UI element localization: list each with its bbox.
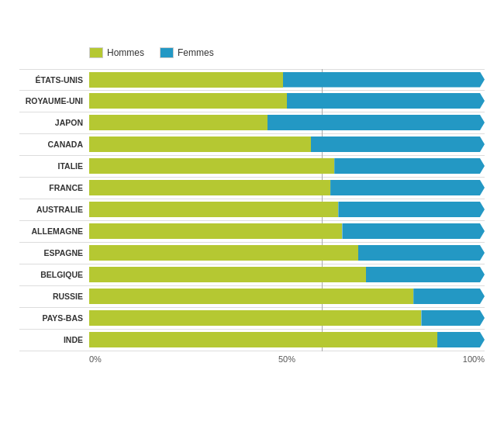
bar-femmes [311, 137, 485, 152]
bar-femmes [366, 267, 485, 282]
bar-row: INDE [19, 330, 485, 351]
country-label: ESPAGNE [19, 248, 89, 257]
bar-femmes [334, 158, 485, 174]
country-label: ÉTATS-UNIS [19, 75, 89, 85]
bar-femmes [268, 115, 485, 130]
x-axis: 0% 50% 100% [89, 354, 485, 370]
bar-row: AUSTRALIE [19, 199, 485, 221]
bar-row: FRANCE [19, 178, 485, 199]
legend-color-hommes [89, 47, 103, 58]
bar-hommes [89, 267, 366, 282]
bar-hommes [89, 245, 358, 261]
country-label: RUSSIE [19, 292, 89, 301]
bar-row: ÉTATS-UNIS [19, 69, 485, 91]
bar-track [89, 267, 485, 282]
bar-row: ROYAUME-UNI [19, 91, 485, 112]
legend-label-hommes: Hommes [107, 47, 144, 58]
country-label: PAYS-BAS [19, 313, 89, 323]
x-tick-0: 0% [89, 354, 102, 364]
bar-track [89, 310, 485, 326]
bar-track [89, 223, 485, 239]
bar-hommes [89, 223, 342, 239]
bar-femmes [330, 180, 485, 195]
bar-track [89, 245, 485, 261]
bar-femmes [338, 202, 485, 217]
bar-row: BELGIQUE [19, 264, 485, 286]
legend-color-femmes [160, 47, 174, 58]
bar-row: PAYS-BAS [19, 308, 485, 330]
bar-row: CANADA [19, 134, 485, 156]
country-label: FRANCE [19, 183, 89, 192]
bar-hommes [89, 137, 311, 152]
bar-femmes [283, 72, 485, 88]
bar-femmes [421, 310, 485, 326]
bar-femmes [358, 245, 485, 261]
bar-row: RUSSIE [19, 286, 485, 308]
bar-femmes [437, 332, 485, 347]
legend-item-hommes: Hommes [89, 47, 144, 58]
bar-hommes [89, 202, 338, 217]
bar-hommes [89, 93, 287, 109]
country-label: CANADA [19, 140, 89, 149]
bar-femmes [342, 223, 485, 239]
bar-femmes [413, 289, 485, 304]
chart-container: Hommes Femmes ÉTATS-UNISROYAUME-UNIJAPON… [12, 32, 492, 401]
country-label: BELGIQUE [19, 270, 89, 279]
bar-track [89, 180, 485, 195]
bar-track [89, 158, 485, 174]
bar-row: ESPAGNE [19, 243, 485, 264]
x-tick-100: 100% [463, 354, 485, 364]
country-label: INDE [19, 335, 89, 344]
bar-track [89, 332, 485, 347]
chart-area: ÉTATS-UNISROYAUME-UNIJAPONCANADAITALIEFR… [19, 69, 485, 351]
bar-row: ALLEMAGNE [19, 221, 485, 243]
bar-row: ITALIE [19, 156, 485, 178]
bar-hommes [89, 289, 413, 304]
country-label: JAPON [19, 118, 89, 127]
legend-item-femmes: Femmes [160, 47, 214, 58]
legend-label-femmes: Femmes [178, 47, 214, 58]
country-label: ROYAUME-UNI [19, 96, 89, 105]
bar-track [89, 202, 485, 217]
bar-track [89, 289, 485, 304]
bar-row: JAPON [19, 112, 485, 134]
bar-track [89, 115, 485, 130]
bar-hommes [89, 115, 268, 130]
country-label: AUSTRALIE [19, 205, 89, 214]
bar-track [89, 137, 485, 152]
country-label: ALLEMAGNE [19, 226, 89, 236]
chart-inner: ÉTATS-UNISROYAUME-UNIJAPONCANADAITALIEFR… [19, 69, 485, 351]
bar-hommes [89, 310, 421, 326]
country-label: ITALIE [19, 161, 89, 171]
bar-track [89, 93, 485, 109]
bar-hommes [89, 158, 334, 174]
bar-femmes [287, 93, 485, 109]
bar-track [89, 72, 485, 88]
legend: Hommes Femmes [89, 47, 485, 58]
bar-hommes [89, 180, 330, 195]
bar-hommes [89, 72, 283, 88]
bar-hommes [89, 332, 437, 347]
x-tick-50: 50% [278, 354, 295, 364]
